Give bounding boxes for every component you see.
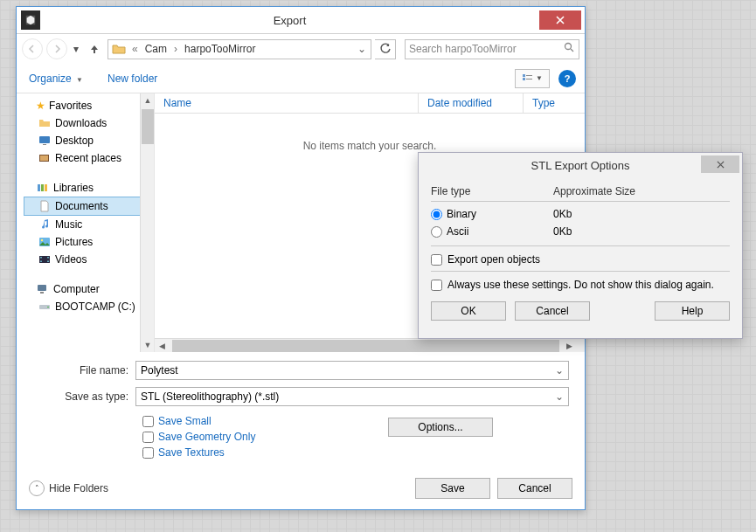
- save-small-label: Save Small: [158, 415, 212, 427]
- scroll-thumb[interactable]: [172, 340, 559, 352]
- cancel-button[interactable]: Cancel: [497, 478, 572, 499]
- tree-item-desktop[interactable]: Desktop: [24, 132, 154, 149]
- binary-size: 0Kb: [553, 208, 572, 220]
- svg-rect-12: [45, 184, 47, 191]
- stl-help-button[interactable]: Help: [655, 301, 730, 321]
- tree-item-downloads[interactable]: Downloads: [24, 114, 154, 132]
- help-icon[interactable]: ?: [558, 70, 576, 87]
- libraries-group[interactable]: Libraries: [24, 179, 154, 197]
- refresh-button[interactable]: [375, 39, 396, 59]
- path-seg-harpo[interactable]: harpoTooMirror: [180, 43, 260, 55]
- tree-item-music[interactable]: Music: [24, 216, 154, 233]
- search-placeholder: Search harpoTooMirror: [409, 43, 517, 55]
- col-name[interactable]: Name: [155, 93, 419, 113]
- view-options-button[interactable]: ▼: [515, 69, 550, 88]
- export-open-label: Export open objects: [447, 253, 540, 266]
- column-headers: Name Date modified Type: [155, 93, 585, 114]
- stl-ok-button[interactable]: OK: [431, 301, 506, 321]
- search-input[interactable]: Search harpoTooMirror: [405, 39, 579, 59]
- scroll-down-icon[interactable]: ▼: [141, 338, 155, 352]
- file-name-label: File name:: [32, 364, 135, 377]
- save-textures-checkbox[interactable]: [142, 447, 154, 459]
- chevron-down-icon[interactable]: ⌄: [555, 364, 564, 377]
- svg-rect-21: [40, 292, 44, 294]
- h-scrollbar[interactable]: ◀ ▶: [155, 338, 585, 352]
- tree-item-pictures[interactable]: Pictures: [24, 233, 154, 251]
- forward-button[interactable]: [46, 38, 67, 59]
- stl-file-type-header: File type: [431, 185, 553, 197]
- svg-rect-17: [40, 261, 42, 263]
- video-icon: [38, 253, 52, 266]
- bottom-row: ˄ Hide Folders Save Cancel: [29, 478, 572, 499]
- computer-icon: [36, 283, 50, 295]
- folder-icon: [111, 41, 127, 57]
- svg-rect-20: [38, 285, 46, 291]
- chevron-down-icon: ▼: [76, 76, 83, 84]
- stl-options-dialog: STL Export Options File type Approximate…: [418, 152, 743, 339]
- path-prefix: «: [129, 43, 141, 55]
- always-use-checkbox[interactable]: [431, 280, 442, 291]
- scroll-up-icon[interactable]: ▲: [141, 93, 155, 107]
- hide-folders-button[interactable]: ˄ Hide Folders: [29, 480, 108, 496]
- svg-rect-19: [47, 261, 49, 263]
- up-button[interactable]: [85, 38, 104, 59]
- search-icon: [564, 42, 575, 56]
- tree-item-bootcamp[interactable]: BOOTCAMP (C:): [24, 298, 154, 315]
- svg-rect-9: [40, 155, 48, 161]
- save-button[interactable]: Save: [415, 478, 490, 499]
- nav-tree: ★ Favorites Downloads Desktop Recent pla…: [17, 93, 155, 352]
- new-folder-button[interactable]: New folder: [104, 71, 161, 86]
- scroll-left-icon[interactable]: ◀: [155, 342, 169, 350]
- libraries-icon: [36, 182, 50, 194]
- scroll-thumb[interactable]: [142, 109, 154, 144]
- svg-point-14: [41, 239, 43, 241]
- svg-rect-18: [47, 257, 49, 259]
- tree-item-documents[interactable]: Documents: [24, 197, 149, 216]
- svg-rect-5: [526, 79, 532, 79]
- back-button[interactable]: [22, 38, 43, 59]
- always-use-label: Always use these settings. Do not show t…: [447, 279, 714, 291]
- binary-radio[interactable]: [431, 209, 442, 220]
- chevron-down-icon[interactable]: ⌄: [555, 390, 564, 403]
- tree-item-recent[interactable]: Recent places: [24, 149, 154, 167]
- history-dropdown-icon[interactable]: ▾: [71, 43, 81, 55]
- file-name-input[interactable]: Polytest ⌄: [135, 361, 569, 380]
- svg-rect-10: [38, 184, 40, 191]
- stl-cancel-button[interactable]: Cancel: [515, 301, 590, 321]
- organize-button[interactable]: Organize ▼: [25, 71, 87, 86]
- svg-rect-2: [523, 74, 525, 77]
- document-icon: [38, 200, 52, 212]
- tree-item-videos[interactable]: Videos: [24, 251, 154, 268]
- computer-group[interactable]: Computer: [24, 280, 154, 298]
- stl-close-button[interactable]: [701, 155, 739, 173]
- options-button[interactable]: Options...: [388, 418, 493, 437]
- col-type[interactable]: Type: [524, 93, 585, 113]
- save-geometry-checkbox[interactable]: [142, 432, 154, 443]
- col-date[interactable]: Date modified: [419, 93, 524, 113]
- save-small-checkbox[interactable]: [142, 416, 154, 427]
- tree-scrollbar[interactable]: ▲ ▼: [140, 93, 154, 352]
- save-type-label: Save as type:: [32, 390, 135, 403]
- save-type-select[interactable]: STL (Stereolithography) (*.stl) ⌄: [135, 387, 569, 406]
- scroll-right-icon[interactable]: ▶: [563, 342, 577, 350]
- path-box[interactable]: « Cam › harpoTooMirror ⌄: [108, 39, 371, 59]
- svg-rect-4: [526, 75, 532, 76]
- favorites-group[interactable]: ★ Favorites: [24, 97, 154, 114]
- ascii-radio[interactable]: [431, 226, 442, 238]
- app-icon: [21, 10, 40, 30]
- svg-rect-3: [523, 78, 525, 80]
- svg-rect-23: [47, 307, 49, 307]
- stl-approx-header: Approximate Size: [553, 185, 635, 197]
- desktop-icon: [38, 135, 52, 147]
- toolbar: Organize ▼ New folder ▼ ?: [17, 64, 585, 93]
- path-dropdown-icon[interactable]: ⌄: [353, 43, 371, 55]
- chevron-right-icon: ›: [171, 43, 180, 55]
- svg-rect-11: [41, 184, 44, 191]
- svg-rect-7: [43, 144, 46, 145]
- titlebar: Export: [17, 7, 585, 34]
- close-button[interactable]: [539, 10, 581, 30]
- export-open-checkbox[interactable]: [431, 254, 442, 266]
- binary-label: Binary: [447, 208, 476, 220]
- recent-icon: [38, 152, 52, 164]
- path-seg-cam[interactable]: Cam: [141, 43, 171, 55]
